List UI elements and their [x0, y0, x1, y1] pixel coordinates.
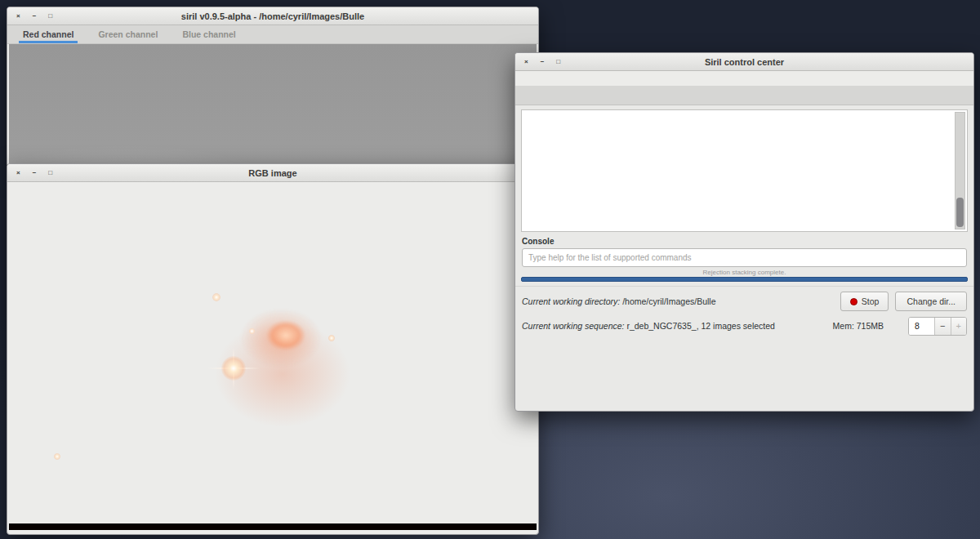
- cwd-row: Current working directory: /home/cyril/I…: [522, 291, 967, 313]
- minimize-icon[interactable]: −: [33, 170, 37, 176]
- minimize-icon[interactable]: −: [33, 13, 37, 20]
- main-window-title: siril v0.9.5-alpha - /home/cyril/Images/…: [7, 11, 538, 21]
- progress-section: Rejection stacking complete.: [521, 269, 968, 282]
- memory-usage: Mem: 715MB: [833, 321, 884, 331]
- maximize-icon[interactable]: □: [48, 170, 52, 176]
- thread-spinbox: 8 − +: [908, 317, 967, 336]
- siril-main-window: × − □ siril v0.9.5-alpha - /home/cyril/I…: [7, 7, 539, 165]
- cc-titlebar[interactable]: × − □ Siril control center: [515, 53, 973, 71]
- channel-tabs: Red channelGreen channelBlue channel: [7, 25, 538, 44]
- medium-star: [212, 293, 220, 301]
- minimize-icon[interactable]: −: [541, 59, 545, 65]
- maximize-icon[interactable]: □: [48, 13, 52, 20]
- spin-plus-button[interactable]: +: [951, 318, 967, 335]
- log-lines: [526, 114, 952, 229]
- console-input[interactable]: [522, 248, 967, 267]
- spin-minus-button[interactable]: −: [934, 318, 951, 335]
- menubar: [515, 71, 973, 86]
- main-titlebar[interactable]: × − □ siril v0.9.5-alpha - /home/cyril/I…: [7, 7, 538, 25]
- status-section: Current working directory: /home/cyril/I…: [515, 286, 973, 412]
- cc-window-controls: × − □: [524, 53, 560, 70]
- desktop: × − □ siril v0.9.5-alpha - /home/cyril/I…: [0, 0, 980, 539]
- tab-blue-channel[interactable]: Blue channel: [180, 25, 238, 43]
- console-section: Console: [515, 234, 973, 267]
- cwd-text: Current working directory: /home/cyril/I…: [522, 296, 716, 306]
- cc-window-title: Siril control center: [515, 57, 973, 67]
- console-label: Console: [522, 237, 967, 246]
- stop-icon: [850, 298, 858, 305]
- tab-red-channel[interactable]: Red channel: [20, 25, 76, 43]
- sequence-row: Current working sequence: r_deb_NGC7635_…: [522, 315, 967, 337]
- cc-tabs: [515, 86, 973, 105]
- maximize-icon[interactable]: □: [556, 59, 560, 65]
- rgb-window-title: RGB image: [7, 168, 538, 178]
- rgb-titlebar[interactable]: × − □ RGB image: [7, 164, 538, 182]
- medium-star: [54, 453, 60, 460]
- log-scrollbar-thumb[interactable]: [956, 198, 964, 227]
- nebula-core-star: [249, 328, 255, 334]
- nebula-haze: [189, 301, 376, 448]
- rgb-window-controls: × − □: [16, 164, 52, 181]
- output-log-view[interactable]: [521, 109, 968, 232]
- medium-star: [328, 335, 335, 341]
- tab-green-channel[interactable]: Green channel: [96, 25, 160, 43]
- log-scrollbar[interactable]: [955, 112, 965, 229]
- change-dir-button[interactable]: Change dir...: [895, 292, 967, 311]
- close-icon[interactable]: ×: [16, 170, 20, 176]
- rgb-window: × − □ RGB image: [7, 163, 539, 535]
- red-channel-image[interactable]: [9, 44, 537, 163]
- image-bottom-edge: [9, 523, 537, 530]
- progress-text: Rejection stacking complete.: [521, 269, 968, 277]
- main-window-controls: × − □: [16, 7, 52, 24]
- close-icon[interactable]: ×: [524, 59, 528, 65]
- rgb-image[interactable]: [9, 182, 537, 530]
- stop-button[interactable]: Stop: [840, 292, 889, 311]
- control-center-window: × − □ Siril control center Console Rejec…: [514, 52, 974, 412]
- close-icon[interactable]: ×: [16, 13, 20, 20]
- sequence-text: Current working sequence: r_deb_NGC7635_…: [522, 321, 775, 331]
- spinbox-value[interactable]: 8: [909, 318, 934, 335]
- progress-bar: [521, 277, 968, 282]
